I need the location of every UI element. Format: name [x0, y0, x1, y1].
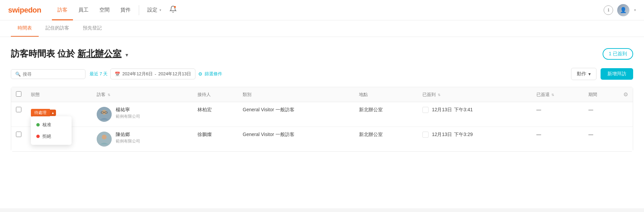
header-right: ℹ 👤 ▾	[604, 4, 636, 16]
filter-btn[interactable]: ⚙ 篩選條件	[198, 71, 222, 77]
table-settings-icon[interactable]: ⚙	[623, 92, 628, 97]
sub-tabs: 時間表 記住的訪客 預先登記	[0, 20, 644, 37]
row2-signed-in-date: 12月13日	[432, 132, 452, 138]
visitor-sort-icon: ⇅	[108, 93, 110, 97]
new-visit-button[interactable]: 新增拜訪	[601, 68, 633, 80]
col-duration: 期間	[584, 87, 619, 102]
svg-point-0	[174, 6, 176, 8]
row2-signed-in-time: 下午3:29	[454, 132, 473, 138]
nav-divider	[139, 5, 139, 15]
tab-prebook[interactable]: 預先登記	[76, 20, 109, 37]
row1-visitor-cell: 楊祐寧 範例有限公司	[92, 102, 193, 127]
tab-remembered[interactable]: 記住的訪客	[39, 20, 76, 37]
location-selector[interactable]: 新北辦公室	[77, 49, 121, 59]
main-content: 訪客時間表 位於 新北辦公室 ▾ 1 已簽到 🔍 最近 7 天 📅 2024年1…	[0, 37, 644, 208]
avatar-chevron-icon[interactable]: ▾	[634, 8, 636, 12]
row1-status-badge[interactable]: 待處理	[31, 109, 50, 117]
visitors-table: 狀態 訪客 ⇅ 接待人 類別 地點 已簽到 ⇅ 已簽退 ⇅	[11, 87, 633, 151]
row1-visitor-info: 楊祐寧 範例有限公司	[97, 107, 188, 122]
location-dropdown-icon[interactable]: ▾	[126, 52, 128, 58]
row1-visitor-name: 楊祐寧	[116, 107, 140, 113]
signed-out-sort-icon: ⇅	[551, 93, 554, 97]
row2-avatar	[97, 132, 112, 147]
col-visitor[interactable]: 訪客 ⇅	[92, 87, 193, 102]
nav-item-visitors[interactable]: 訪客	[52, 0, 73, 20]
row1-status-badge-row: 待處理 ▴	[31, 109, 56, 117]
row2-category: General Visitor 一般訪客	[238, 127, 354, 152]
col-gear: ⚙	[619, 87, 633, 102]
date-from: 2024年12月6日	[122, 71, 153, 77]
nav-item-staff[interactable]: 員工	[73, 0, 94, 20]
row1-signed-out: —	[532, 102, 584, 127]
tab-timelog[interactable]: 時間表	[11, 20, 39, 37]
col-location: 地點	[354, 87, 418, 102]
col-category: 類別	[238, 87, 354, 102]
avatar-image: 👤	[617, 4, 629, 16]
nav-bell-icon[interactable]	[169, 5, 177, 15]
date-range-picker[interactable]: 📅 2024年12月6日 - 2024年12月13日	[110, 69, 195, 79]
row2-visitor-cell: 陳佑郷 範例有限公司	[92, 127, 193, 152]
date-to: 2024年12月13日	[158, 71, 191, 77]
row1-location: 新北辦公室	[354, 102, 418, 127]
col-host: 接待人	[193, 87, 238, 102]
search-input[interactable]	[23, 72, 81, 77]
avatar[interactable]: 👤	[617, 4, 629, 16]
row2-visitor-details: 陳佑郷 範例有限公司	[116, 132, 140, 144]
row1-category: General Visitor 一般訪客	[238, 102, 354, 127]
settings-chevron-icon: ▾	[159, 8, 161, 12]
actions-button[interactable]: 動作 ▾	[571, 68, 596, 80]
nav-item-settings[interactable]: 設定 ▾	[142, 0, 167, 20]
page-title-row: 訪客時間表 位於 新北辦公室 ▾ 1 已簽到	[11, 48, 633, 60]
row2-gear	[619, 127, 633, 152]
svg-point-7	[102, 135, 107, 139]
toolbar: 🔍 最近 7 天 📅 2024年12月6日 - 2024年12月13日 ⚙ 篩選…	[11, 68, 633, 80]
row1-host: 林柏宏	[193, 102, 238, 127]
row2-visitor-info: 陳佑郷 範例有限公司	[97, 132, 188, 147]
logo[interactable]: swipedon	[8, 6, 41, 15]
row2-visitor-company: 範例有限公司	[116, 138, 140, 144]
row1-avatar	[97, 107, 112, 122]
col-signed-out[interactable]: 已簽退 ⇅	[532, 87, 584, 102]
row1-status-expand-btn[interactable]: ▴	[50, 110, 56, 116]
toolbar-right: 動作 ▾ 新增拜訪	[571, 68, 633, 80]
row2-avatar-image	[97, 132, 112, 147]
row2-signed-in-checkbox[interactable]	[422, 132, 429, 138]
dropdown-approve[interactable]: 核准	[31, 119, 72, 131]
nav-item-spaces[interactable]: 空間	[94, 0, 115, 20]
table-header-row: 狀態 訪客 ⇅ 接待人 類別 地點 已簽到 ⇅ 已簽退 ⇅	[11, 87, 633, 102]
reject-dot-icon	[36, 135, 40, 138]
row1-visitor-details: 楊祐寧 範例有限公司	[116, 107, 140, 119]
row2-duration: —	[584, 127, 619, 152]
table-container: 狀態 訪客 ⇅ 接待人 類別 地點 已簽到 ⇅ 已簽退 ⇅	[11, 87, 633, 152]
page-title: 訪客時間表 位於 新北辦公室 ▾	[11, 48, 128, 60]
row2-signed-out: —	[532, 127, 584, 152]
main-nav: 訪客 員工 空間 貨件 設定 ▾	[52, 0, 177, 20]
filter-icon: ⚙	[198, 71, 203, 77]
date-filter: 最近 7 天 📅 2024年12月6日 - 2024年12月13日 ⚙ 篩選條件	[90, 69, 222, 79]
row1-signed-in-checkbox[interactable]	[422, 107, 429, 113]
col-status: 狀態	[26, 87, 92, 102]
dropdown-reject[interactable]: 拒絕	[31, 131, 72, 142]
calendar-icon: 📅	[115, 72, 120, 77]
info-icon[interactable]: ℹ	[604, 5, 613, 15]
col-checkbox	[11, 87, 26, 102]
row2-visitor-name: 陳佑郷	[116, 132, 140, 138]
row1-duration: —	[584, 102, 619, 127]
row1-checkbox[interactable]	[16, 107, 21, 112]
nav-item-deliveries[interactable]: 貨件	[115, 0, 136, 20]
col-signed-in[interactable]: 已簽到 ⇅	[418, 87, 532, 102]
row1-gear	[619, 102, 633, 127]
row2-checkbox-cell	[11, 127, 26, 152]
row1-signed-in: 12月13日 下午3:41	[418, 102, 532, 127]
header: swipedon 訪客 員工 空間 貨件 設定 ▾ ℹ 👤 ▾	[0, 0, 644, 20]
arrived-badge[interactable]: 1 已簽到	[603, 48, 633, 60]
row2-host: 徐鵬燦	[193, 127, 238, 152]
row1-checkbox-cell	[11, 102, 26, 127]
search-icon: 🔍	[15, 72, 21, 77]
row2-checkbox[interactable]	[16, 132, 21, 137]
quick-filter-btn[interactable]: 最近 7 天	[90, 71, 108, 77]
select-all-checkbox[interactable]	[16, 91, 21, 97]
actions-chevron-icon: ▾	[588, 71, 591, 77]
table-row: 待處理 ▴ 核准 拒絕	[11, 102, 633, 127]
search-box: 🔍	[11, 69, 86, 79]
